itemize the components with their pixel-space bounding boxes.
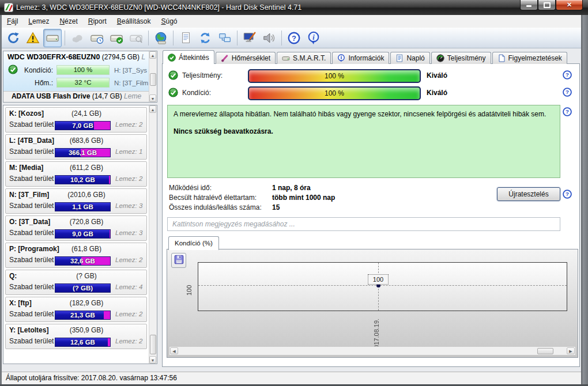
maximize-button[interactable] — [538, 0, 556, 10]
free-space-label: Szabad terület — [9, 120, 54, 128]
partition-item-kkozos[interactable]: K: [Kozos](24,1 GB)Szabad terület7,0 GBL… — [5, 107, 147, 133]
toolbar-separator — [237, 31, 238, 46]
tab-teljestmny[interactable]: Teljesítmény — [431, 52, 491, 64]
overview-disk-button[interactable] — [43, 29, 62, 47]
tab-ttekints[interactable]: Áttekintés — [163, 50, 214, 64]
tab-napl[interactable]: Napló — [390, 52, 429, 64]
smart-disk-icon — [282, 54, 290, 62]
condition-help-icon[interactable]: ? — [562, 87, 572, 97]
refresh-button[interactable] — [4, 29, 22, 47]
sync-button[interactable] — [196, 29, 214, 47]
disk-test-ok-button[interactable] — [107, 29, 126, 47]
tab-informcik[interactable]: Információk — [332, 52, 389, 64]
disk-surface-search-button — [127, 29, 145, 47]
partition-disk-number: Lemez: 2 — [115, 256, 142, 263]
partition-disk-number: Lemez: 3 — [115, 202, 142, 209]
alerts-page-icon — [497, 54, 506, 62]
partition-size: (182,9 GB) — [46, 299, 127, 307]
chart-tab-kondicio[interactable]: Kondíció (%) — [168, 236, 219, 250]
stat-value: 1 nap, 8 óra — [272, 184, 311, 192]
partition-size: (24,1 GB) — [46, 109, 127, 118]
partition-item-mmedia[interactable]: M: [Media](611,2 GB)Szabad terület10,2 G… — [5, 161, 147, 187]
close-icon: ✕ — [567, 1, 572, 9]
window-frame-right — [581, 15, 588, 386]
status-text: A merevlemez állapota hibátlan. Nem talá… — [174, 109, 554, 119]
partition-item-yletoltes[interactable]: Y: [Letoltes](350,9 GB)Szabad terület12,… — [5, 324, 147, 349]
stat-value: 15 — [272, 203, 280, 211]
detect-disk-button — [68, 29, 86, 47]
sounds-speaker-button[interactable] — [260, 29, 278, 47]
partition-item-pprogramok[interactable]: P: [Programok](61,8 GB)Szabad terület32,… — [5, 243, 147, 268]
retest-help-icon[interactable]: ? — [562, 189, 572, 199]
tab-figyelmeztetsek[interactable]: Figyelmeztetések — [492, 52, 567, 64]
settings-monitor-button[interactable] — [240, 29, 259, 47]
minimize-button[interactable] — [520, 0, 538, 10]
chart-save-button[interactable] — [171, 253, 186, 268]
scroll-up-icon[interactable]: ▲ — [149, 105, 156, 113]
partition-item-o3tdata[interactable]: O: [3T_Data](720,8 GB)Szabad terület9,0 … — [5, 215, 147, 241]
scrollbar-thumb[interactable] — [537, 348, 553, 354]
scroll-down-icon[interactable]: ▼ — [149, 356, 156, 364]
partition-name: K: [Kozos] — [9, 109, 44, 118]
scroll-down-icon[interactable]: ▼ — [149, 94, 156, 102]
app-logo-icon — [4, 3, 13, 12]
disk-selector-scrollbar[interactable]: ▲ ▼ — [149, 51, 157, 102]
menu-belltsok[interactable]: Beállítások — [112, 16, 156, 27]
scroll-left-icon[interactable]: ◀ — [170, 347, 178, 354]
scrollbar-thumb[interactable] — [150, 335, 156, 354]
retest-button[interactable]: Újratesztelés — [497, 187, 560, 201]
tab-hmrsklet[interactable]: Hőmérséklet — [216, 52, 276, 64]
free-space-bar: (? GB) — [55, 283, 111, 293]
partition-name: Q: — [9, 272, 17, 280]
tab-smart[interactable]: S.M.A.R.T. — [277, 52, 331, 64]
tab-label: Teljesítmény — [447, 54, 486, 62]
disk-schedule-button[interactable] — [88, 29, 106, 47]
status-help-icon[interactable]: ? — [562, 107, 572, 117]
condition-rating: Kiváló — [427, 89, 447, 97]
menu-nzet[interactable]: Nézet — [54, 16, 82, 27]
disk-size: (2794,5 GB) — [102, 53, 140, 61]
scrollbar-thumb[interactable] — [150, 73, 156, 86]
info-icon: i — [307, 31, 321, 45]
menu-lemez[interactable]: Lemez — [23, 16, 54, 27]
free-space-label: Szabad terület — [9, 229, 54, 237]
partition-item-l4tbdata[interactable]: L: [4TB_Data](683,6 GB)Szabad terület366… — [5, 134, 147, 160]
free-space-bar: 32,6 GB — [55, 256, 111, 266]
disk-item-adata[interactable]: ADATA USB Flash Drive (14,7 GB) Leme — [3, 91, 149, 102]
free-space-value: 1,1 GB — [55, 203, 110, 211]
tab-bar: ÁttekintésHőmérsékletS.M.A.R.T.Informáci… — [163, 51, 568, 64]
close-button[interactable]: ✕ — [556, 0, 583, 10]
scroll-up-icon[interactable]: ▲ — [149, 51, 156, 59]
free-space-label: Szabad terület — [9, 175, 54, 183]
menu-fjl[interactable]: Fájl — [2, 16, 23, 27]
partition-list-scrollbar[interactable]: ▲ ▼ — [149, 105, 157, 364]
partition-name: X: [ftp] — [9, 299, 32, 307]
network-button[interactable] — [216, 29, 234, 47]
partition-disk-number: Lemez: 2 — [115, 311, 142, 317]
chart-horizontal-scrollbar[interactable]: ◀ ▶ — [169, 346, 576, 355]
problems-warning-button[interactable] — [24, 29, 42, 47]
info-button[interactable]: i — [304, 29, 323, 47]
scroll-right-icon[interactable]: ▶ — [567, 347, 575, 354]
performance-help-icon[interactable]: ? — [562, 70, 572, 80]
help-button[interactable]: ? — [285, 29, 303, 47]
menu-sg[interactable]: Súgó — [156, 16, 182, 27]
menu-riport[interactable]: Riport — [83, 16, 112, 27]
partition-size: (61,8 GB) — [46, 245, 127, 253]
disk-item-selected[interactable]: WDC WD30EFRX-68EUZN0 (2794,5 GB) L Kondí… — [3, 51, 149, 92]
svg-text:?: ? — [292, 33, 296, 42]
problems-warning-icon — [26, 31, 40, 45]
partition-item-n3tfilm[interactable]: N: [3T_Film](2010,6 GB)Szabad terület1,1… — [5, 188, 147, 214]
comment-input[interactable] — [167, 217, 560, 231]
minimize-icon — [526, 5, 532, 7]
partition-item-xftp[interactable]: X: [ftp](182,9 GB)Szabad terület21,3 GBL… — [5, 297, 147, 322]
tab-label: Figyelmeztetések — [508, 54, 562, 62]
title-bar[interactable]: Lemez: 3, WDC WD30EFRX-68EUZN0 [WD-WCC4N… — [0, 0, 588, 15]
www-globe-button[interactable] — [152, 29, 170, 47]
svg-text:?: ? — [566, 108, 569, 115]
partition-size: (683,6 GB) — [46, 137, 127, 145]
stat-label: Összes indulás/leállás száma: — [169, 203, 262, 211]
maximize-icon — [544, 2, 551, 8]
partition-item-q[interactable]: Q:(? GB)Szabad terület(? GB)Lemez: 4 — [5, 270, 147, 295]
report-button[interactable] — [176, 29, 195, 47]
